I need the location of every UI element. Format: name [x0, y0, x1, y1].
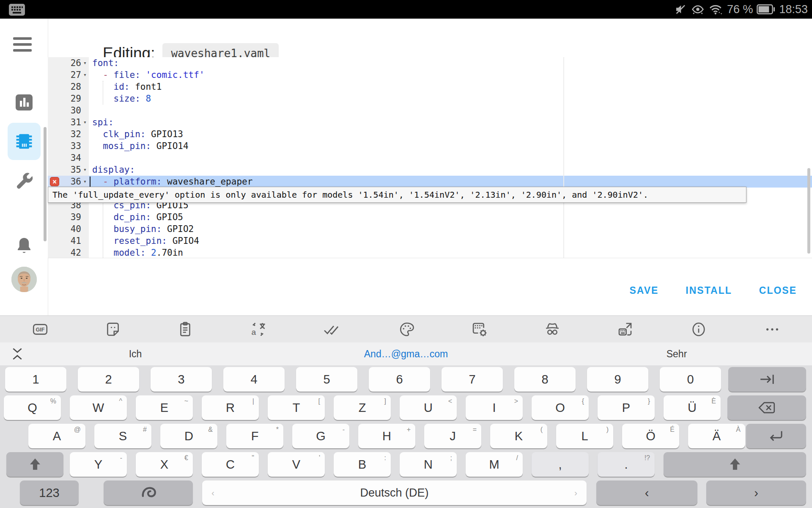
resize-keyboard-icon[interactable]	[616, 320, 634, 338]
suggestion-left[interactable]: Ich	[0, 342, 271, 365]
key-comma[interactable]: ,	[532, 452, 589, 477]
gutter-line-28[interactable]: 28	[48, 81, 89, 93]
key-d[interactable]: D&	[160, 424, 217, 448]
key-a[interactable]: A@	[28, 424, 85, 448]
key-x[interactable]: X€	[136, 452, 193, 477]
key-3[interactable]: 3	[151, 367, 212, 392]
swiftkey-logo-key[interactable]	[104, 480, 193, 505]
autocorrect-icon[interactable]	[322, 320, 340, 338]
key-s[interactable]: S#	[94, 424, 151, 448]
key-5[interactable]: 5	[296, 367, 357, 392]
gutter-line-31[interactable]: 31▾	[48, 116, 89, 128]
code-line-33[interactable]: 33 mosi_pin: GPIO14	[48, 140, 812, 152]
key-7[interactable]: 7	[442, 367, 503, 392]
translate-icon[interactable]: a	[249, 320, 267, 338]
gutter-line-40[interactable]: 40	[48, 223, 89, 235]
key-y[interactable]: Y-	[70, 452, 127, 477]
key-ü[interactable]: ÜÈ	[664, 395, 721, 420]
code-line-32[interactable]: 32 clk_pin: GPIO13	[48, 128, 812, 140]
code-line-34[interactable]: 34	[48, 152, 812, 164]
gutter-line-39[interactable]: 39	[48, 211, 89, 223]
key-n[interactable]: N;	[400, 452, 457, 477]
enter-key[interactable]	[746, 424, 806, 448]
gutter-line-42[interactable]: 42	[48, 247, 89, 258]
sidebar-scrollbar[interactable]	[44, 127, 47, 241]
yaml-editor[interactable]: 26▾font:27▾ - file: 'comic.ttf'28 id: fo…	[48, 57, 812, 258]
key-6[interactable]: 6	[369, 367, 430, 392]
fold-arrow-icon[interactable]: ▾	[81, 164, 89, 176]
key-0[interactable]: 0	[660, 367, 721, 392]
fold-arrow-icon[interactable]: ▾	[81, 69, 89, 81]
key-c[interactable]: C"	[202, 452, 259, 477]
gutter-line-33[interactable]: 33	[48, 140, 89, 152]
suggestion-center[interactable]: And…@gma…com	[271, 342, 541, 365]
key-m[interactable]: M/	[466, 452, 523, 477]
code-line-30[interactable]: 30	[48, 105, 812, 116]
gutter-line-27[interactable]: 27▾	[48, 69, 89, 81]
key-e[interactable]: E~	[136, 395, 193, 420]
shift-right-key[interactable]	[664, 452, 806, 477]
close-button[interactable]: CLOSE	[757, 281, 799, 301]
sidebar-item-notifications[interactable]	[0, 234, 48, 259]
code-line-35[interactable]: 35▾display:	[48, 164, 812, 176]
key-l[interactable]: L)	[556, 424, 613, 448]
install-button[interactable]: INSTALL	[683, 281, 734, 301]
gutter-line-29[interactable]: 29	[48, 93, 89, 105]
gif-icon[interactable]: GIF	[31, 320, 49, 338]
backspace-key[interactable]	[727, 395, 806, 420]
key-2[interactable]: 2	[78, 367, 139, 392]
key-8[interactable]: 8	[514, 367, 576, 392]
gutter-line-36[interactable]: ×36▾	[48, 176, 89, 188]
key-ö[interactable]: ÖÉ	[622, 424, 679, 448]
gutter-line-35[interactable]: 35▾	[48, 164, 89, 176]
theme-palette-icon[interactable]	[398, 320, 416, 338]
key-f[interactable]: F*	[226, 424, 283, 448]
key-r[interactable]: R|	[202, 395, 259, 420]
cursor-right-key[interactable]: ›	[706, 480, 806, 505]
key-p[interactable]: P}	[598, 395, 655, 420]
gutter-line-41[interactable]: 41	[48, 235, 89, 247]
menu-button[interactable]	[13, 37, 32, 52]
key-i[interactable]: I>	[466, 395, 523, 420]
key-t[interactable]: T[	[268, 395, 325, 420]
gutter-line-26[interactable]: 26▾	[48, 57, 89, 69]
code-line-36[interactable]: ×36▾ - platform: waveshare_epaper	[48, 176, 812, 188]
sidebar-item-devices[interactable]	[8, 123, 41, 160]
key-w[interactable]: W^	[70, 395, 127, 420]
code-line-39[interactable]: 39 dc_pin: GPIO5	[48, 211, 812, 223]
suggestion-right[interactable]: Sehr	[541, 342, 812, 365]
account-avatar[interactable]	[11, 267, 37, 292]
save-button[interactable]: SAVE	[627, 281, 661, 301]
shift-left-key[interactable]	[6, 452, 63, 477]
code-line-42[interactable]: 42 model: 2.70in	[48, 247, 812, 258]
space-key[interactable]: Deutsch (DE)‹›	[202, 480, 587, 505]
more-options-icon[interactable]	[763, 320, 781, 338]
fold-arrow-icon[interactable]: ▾	[81, 176, 89, 188]
fold-arrow-icon[interactable]: ▾	[81, 57, 89, 69]
key-v[interactable]: V'	[268, 452, 325, 477]
editor-scrollbar[interactable]	[807, 168, 810, 254]
info-icon[interactable]	[690, 320, 708, 338]
fold-arrow-icon[interactable]: ▾	[81, 116, 89, 128]
incognito-icon[interactable]	[543, 320, 561, 338]
key-1[interactable]: 1	[5, 367, 66, 392]
code-line-26[interactable]: 26▾font:	[48, 57, 812, 69]
code-line-29[interactable]: 29 size: 8	[48, 93, 812, 105]
sticker-icon[interactable]	[104, 320, 122, 338]
key-h[interactable]: H+	[358, 424, 415, 448]
symbols-key[interactable]: 123	[20, 480, 79, 505]
cursor-left-key[interactable]: ‹	[596, 480, 697, 505]
code-line-40[interactable]: 40 busy_pin: GPIO2	[48, 223, 812, 235]
key-period[interactable]: .!?	[598, 452, 655, 477]
sidebar-item-tools[interactable]	[0, 169, 48, 193]
key-4[interactable]: 4	[223, 367, 285, 392]
tab-key[interactable]	[728, 367, 806, 392]
keyboard-settings-icon[interactable]	[471, 320, 488, 338]
key-ä[interactable]: ÄÀ	[688, 424, 745, 448]
key-z[interactable]: Z]	[334, 395, 391, 420]
gutter-line-32[interactable]: 32	[48, 128, 89, 140]
key-b[interactable]: B:	[334, 452, 391, 477]
key-j[interactable]: J=	[424, 424, 481, 448]
gutter-line-34[interactable]: 34	[48, 152, 89, 164]
gutter-line-30[interactable]: 30	[48, 105, 89, 116]
